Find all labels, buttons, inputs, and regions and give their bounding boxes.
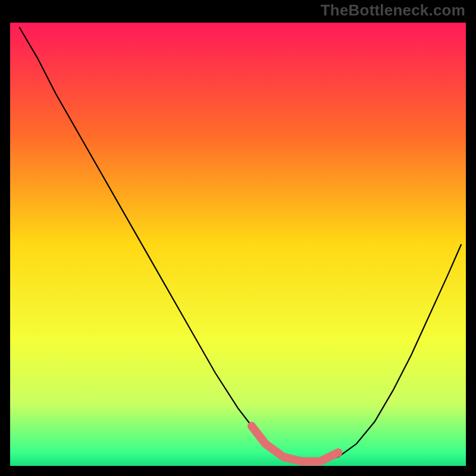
gradient-background bbox=[10, 23, 466, 466]
watermark-text: TheBottleneck.com bbox=[321, 1, 465, 20]
chart-frame bbox=[8, 21, 468, 468]
bottleneck-chart bbox=[10, 23, 466, 466]
